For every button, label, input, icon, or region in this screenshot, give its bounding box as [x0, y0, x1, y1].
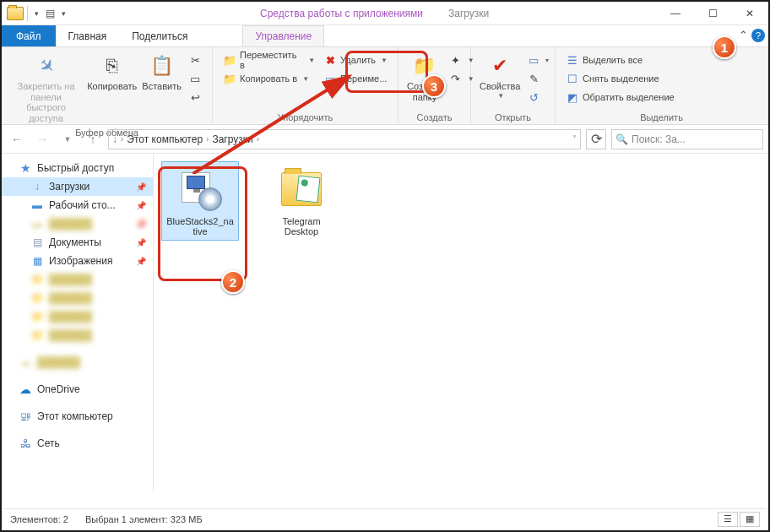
window-title: Загрузки	[431, 8, 489, 19]
installer-icon	[178, 167, 222, 211]
search-input[interactable]: 🔍 Поиск: За...	[611, 129, 763, 149]
copy-path-button[interactable]: ▭	[185, 69, 205, 88]
new-folder-button[interactable]: 📁 Создать папку	[405, 51, 444, 104]
history-icon: ↺	[527, 90, 540, 104]
file-label: Telegram Desktop	[282, 216, 320, 236]
desktop-icon: ▬	[30, 198, 44, 212]
title-bar: ▾ ▤ ▾ Средства работы с приложениями Заг…	[2, 2, 768, 25]
file-item-bluestacks[interactable]: BlueStacks2_native	[162, 162, 238, 240]
invert-icon: ◩	[566, 90, 579, 104]
sidebar-item-blur4[interactable]: 📁██████	[2, 307, 153, 326]
selall-label: Выделить все	[583, 55, 643, 65]
copyto-icon: 📁	[223, 72, 236, 85]
onedrive-icon: ☁	[19, 383, 32, 396]
nav-forward-button[interactable]: →	[32, 129, 52, 149]
invert-selection-button[interactable]: ◩Обратить выделение	[562, 88, 678, 106]
file-list[interactable]: BlueStacks2_native Telegram Desktop	[154, 154, 768, 491]
copy-icon: ⎘	[99, 52, 126, 79]
open-button[interactable]: ▭▾	[523, 51, 552, 69]
downloads-icon: ↓	[30, 180, 44, 193]
view-large-button[interactable]: ▦	[740, 512, 760, 527]
properties-button[interactable]: ✔ Свойства▼	[478, 51, 522, 101]
nav-back-button[interactable]: ←	[7, 129, 27, 149]
tab-manage[interactable]: Управление	[242, 25, 324, 46]
select-none-button[interactable]: ☐Снять выделение	[562, 69, 678, 88]
tab-share[interactable]: Поделиться	[119, 25, 200, 46]
rename-button[interactable]: ▭Переиме...	[320, 69, 391, 88]
select-all-button[interactable]: ☰Выделить все	[562, 51, 678, 69]
cut-icon: ✂	[188, 53, 202, 67]
collapse-ribbon-icon[interactable]: ⌃	[739, 29, 748, 41]
edit-button[interactable]: ✎	[523, 69, 552, 88]
copy-label: Копировать	[87, 81, 137, 92]
qat-down-icon[interactable]: ▾	[31, 9, 42, 18]
paste-shortcut-button[interactable]: ↩	[185, 88, 205, 106]
breadcrumb-root[interactable]: Этот компьютер›	[127, 133, 209, 145]
sidebar-item-blur2[interactable]: 📁██████	[2, 270, 153, 289]
cut-button[interactable]: ✂	[185, 51, 205, 69]
address-row: ← → ▼ ↑ ↓ › Этот компьютер› Загрузки› ˅ …	[2, 125, 768, 154]
help-icon[interactable]: ?	[751, 29, 765, 42]
close-button[interactable]: ✕	[731, 2, 768, 25]
easy-icon: ↷	[449, 72, 463, 85]
pin-quickaccess-button[interactable]: ✈ Закрепить на панели быстрого доступа	[8, 51, 84, 126]
sidebar-item-documents[interactable]: ▤Документы📌	[2, 233, 153, 252]
sidebar-item-blur5[interactable]: 📁██████	[2, 326, 153, 345]
copypath-icon: ▭	[188, 72, 202, 85]
props-icon: ✔	[486, 52, 513, 79]
copyto-label: Копировать в	[240, 73, 297, 84]
delete-button[interactable]: ✖Удалить▼	[320, 51, 391, 69]
sidebar-onedrive[interactable]: ☁OneDrive	[2, 380, 153, 399]
qat-more-icon[interactable]: ▾	[58, 9, 69, 18]
sidebar-quick-access[interactable]: ★Быстрый доступ	[2, 159, 153, 177]
copy-to-button[interactable]: 📁Копировать в▼	[220, 69, 318, 88]
sidebar-this-pc[interactable]: 🖳Этот компьютер	[2, 407, 153, 426]
status-selected: Выбран 1 элемент: 323 МБ	[85, 514, 203, 524]
breadcrumb-current[interactable]: Загрузки›	[212, 133, 259, 145]
sidebar-item-blur6[interactable]: ☁██████	[2, 353, 153, 372]
refresh-button[interactable]: ⟳	[586, 129, 606, 149]
moveto-icon: 📁	[223, 53, 236, 67]
sidebar-item-desktop[interactable]: ▬Рабочий сто...📌	[2, 196, 153, 214]
edit-icon: ✎	[527, 72, 540, 85]
sidebar: ★Быстрый доступ ↓Загрузки📌 ▬Рабочий сто.…	[2, 154, 154, 491]
paste-button[interactable]: 📋 Вставить	[140, 51, 183, 94]
paste-icon: 📋	[149, 52, 176, 79]
maximize-button[interactable]: ☐	[694, 2, 731, 25]
props-label: Свойства	[480, 81, 520, 92]
pin-icon: 📌	[136, 257, 146, 266]
sidebar-item-blur1[interactable]: ▬██████📌	[2, 214, 153, 233]
status-bar: Элементов: 2 Выбран 1 элемент: 323 МБ ☰ …	[3, 508, 767, 529]
file-item-telegram[interactable]: Telegram Desktop	[263, 162, 339, 240]
pin-icon: ✈	[27, 46, 65, 84]
search-icon: 🔍	[615, 133, 628, 145]
view-details-button[interactable]: ☰	[718, 512, 738, 527]
addr-dropdown-icon[interactable]: ˅	[572, 134, 577, 144]
sidebar-item-blur3[interactable]: 📁██████	[2, 289, 153, 307]
nav-up-button[interactable]: ↑	[83, 129, 103, 149]
sidebar-item-downloads[interactable]: ↓Загрузки📌	[2, 177, 153, 196]
newfolder-label: Создать папку	[407, 81, 442, 102]
pictures-icon: ▦	[30, 254, 44, 268]
group-select: Выделить	[562, 111, 761, 122]
open-icon: ▭	[527, 53, 540, 67]
qat-props-icon[interactable]: ▤	[46, 8, 55, 19]
selnone-label: Снять выделение	[583, 73, 659, 84]
sidebar-network[interactable]: 🖧Сеть	[2, 434, 153, 453]
sidebar-item-pictures[interactable]: ▦Изображения📌	[2, 252, 153, 270]
newfolder-icon: 📁	[411, 52, 438, 79]
documents-icon: ▤	[30, 236, 44, 249]
file-label: BlueStacks2_native	[166, 216, 234, 236]
tab-file[interactable]: Файл	[2, 25, 56, 46]
move-to-button[interactable]: 📁Переместить в▼	[220, 51, 318, 69]
history-button[interactable]: ↺	[523, 88, 552, 106]
network-icon: 🖧	[19, 437, 32, 450]
nav-recent-button[interactable]: ▼	[57, 129, 78, 149]
address-bar[interactable]: ↓ › Этот компьютер› Загрузки› ˅	[108, 129, 581, 149]
app-icon	[7, 7, 24, 20]
pin-icon: 📌	[136, 201, 146, 210]
tab-home[interactable]: Главная	[56, 25, 120, 46]
minimize-button[interactable]: ―	[657, 2, 694, 25]
newitem-icon: ✦	[449, 53, 463, 67]
copy-button[interactable]: ⎘ Копировать	[85, 51, 138, 94]
